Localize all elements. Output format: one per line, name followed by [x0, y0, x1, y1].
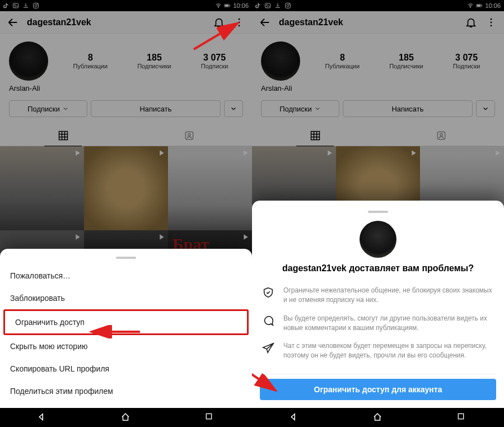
screen-left: 10:06 dagestan21vek 8 Публикации 185 Под…: [0, 0, 252, 427]
menu-block[interactable]: Заблокировать: [0, 287, 252, 309]
restrict-info-text: Чат с этим человеком будет перемещен в з…: [283, 341, 494, 360]
stat-posts[interactable]: 8 Публикации: [325, 53, 360, 69]
stat-followers[interactable]: 185 Подписчики: [137, 53, 171, 69]
chevron-down-icon: [314, 105, 321, 112]
stat-followers-value: 185: [389, 53, 423, 63]
tab-grid[interactable]: [252, 125, 378, 146]
back-icon[interactable]: [259, 16, 271, 29]
grid-icon: [310, 130, 321, 141]
svg-point-19: [267, 4, 268, 6]
restrict-info-text: Ограничьте нежелательное общение, не бло…: [283, 286, 494, 305]
svg-point-28: [491, 21, 492, 23]
message-button[interactable]: Написать: [343, 100, 473, 117]
more-icon[interactable]: [485, 16, 497, 29]
profile-display-name: Arslan-Ali: [252, 84, 504, 98]
svg-rect-7: [225, 4, 229, 7]
tab-tagged[interactable]: [378, 125, 504, 146]
sheet-grabber[interactable]: [368, 211, 388, 213]
message-button[interactable]: Написать: [91, 100, 221, 117]
svg-point-22: [289, 4, 290, 4]
svg-rect-33: [458, 414, 463, 419]
svg-point-27: [491, 18, 492, 20]
nav-home-icon[interactable]: [372, 412, 384, 423]
menu-hide-story[interactable]: Скрыть мою историю: [0, 335, 252, 358]
post-thumbnail[interactable]: [84, 146, 168, 230]
svg-rect-25: [477, 4, 481, 7]
chevron-down-icon: [62, 105, 69, 112]
battery-icon: [476, 2, 483, 9]
nav-recents-icon[interactable]: [204, 412, 216, 423]
svg-point-23: [470, 7, 471, 7]
menu-share[interactable]: Поделиться этим профилем: [0, 380, 252, 402]
download-icon: [22, 2, 29, 9]
svg-rect-0: [13, 3, 18, 8]
avatar[interactable]: [261, 41, 300, 81]
stat-followers-label: Подписчики: [389, 63, 423, 69]
tiktok-icon: [254, 2, 261, 9]
menu-copy-url[interactable]: Скопировать URL профиля: [0, 358, 252, 380]
nav-back-icon[interactable]: [288, 412, 300, 423]
instagram-icon: [32, 2, 39, 9]
restrict-button[interactable]: Ограничить доступ для аккаунта: [260, 379, 496, 400]
sheet-grabber[interactable]: [116, 257, 136, 259]
svg-point-5: [218, 7, 219, 7]
suggestions-button[interactable]: [476, 100, 495, 117]
profile-username: dagestan21vek: [27, 17, 205, 27]
back-icon[interactable]: [7, 16, 19, 29]
profile-header: 8 Публикации 185 Подписчики 3 075 Подпис…: [252, 34, 504, 84]
video-icon: [325, 148, 334, 160]
message-button-label: Написать: [139, 105, 171, 113]
svg-rect-15: [206, 414, 211, 419]
stat-posts[interactable]: 8 Публикации: [73, 53, 108, 69]
comment-icon: [262, 314, 276, 329]
wifi-icon: [467, 2, 474, 9]
menu-report[interactable]: Пожаловаться…: [0, 264, 252, 287]
status-right: 10:06: [467, 2, 501, 9]
nav-back-icon[interactable]: [36, 412, 48, 423]
video-icon: [157, 148, 166, 160]
post-thumbnail[interactable]: [168, 146, 252, 230]
nav-home-icon[interactable]: [120, 412, 132, 423]
profile-buttons: Подписки Написать: [0, 98, 252, 125]
stat-following[interactable]: 3 075 Подписки: [201, 53, 228, 69]
stat-followers[interactable]: 185 Подписчики: [389, 53, 423, 69]
android-navbar: [252, 408, 504, 427]
restrict-info-row: Ограничьте нежелательное общение, не бло…: [262, 281, 494, 309]
annotation-arrow: [90, 325, 146, 338]
svg-rect-18: [265, 3, 270, 8]
status-left: [254, 2, 291, 9]
stat-followers-value: 185: [137, 53, 171, 63]
android-navbar: [0, 408, 252, 427]
following-button[interactable]: Подписки: [9, 100, 87, 117]
profile-buttons: Подписки Написать: [252, 98, 504, 125]
svg-point-32: [440, 133, 442, 136]
stat-following-label: Подписки: [201, 63, 228, 69]
following-button[interactable]: Подписки: [261, 100, 339, 117]
svg-point-21: [287, 4, 289, 7]
restrict-info-text: Вы будете определять, смогут ли другие п…: [283, 314, 494, 333]
following-button-label: Подписки: [27, 105, 60, 113]
wifi-icon: [215, 2, 222, 9]
stat-following-value: 3 075: [201, 53, 228, 63]
suggestions-button[interactable]: [224, 100, 243, 117]
post-thumbnail[interactable]: [0, 146, 84, 230]
download-icon: [274, 2, 281, 9]
tagged-icon: [436, 130, 447, 141]
bell-icon[interactable]: [465, 16, 477, 29]
tagged-icon: [184, 130, 195, 141]
top-bar: dagestan21vek: [252, 11, 504, 34]
profile-display-name: Arslan-Ali: [0, 84, 252, 98]
stat-posts-label: Публикации: [325, 63, 360, 69]
nav-recents-icon[interactable]: [456, 412, 468, 423]
stat-posts-label: Публикации: [73, 63, 108, 69]
avatar[interactable]: [9, 41, 48, 81]
following-button-label: Подписки: [279, 105, 312, 113]
stat-posts-value: 8: [73, 53, 108, 63]
image-icon: [12, 2, 19, 9]
stat-following[interactable]: 3 075 Подписки: [453, 53, 480, 69]
svg-rect-8: [230, 5, 231, 7]
tab-grid[interactable]: [0, 125, 126, 146]
tiktok-icon: [2, 2, 9, 9]
status-right: 10:06: [215, 2, 249, 9]
tab-tagged[interactable]: [126, 125, 252, 146]
